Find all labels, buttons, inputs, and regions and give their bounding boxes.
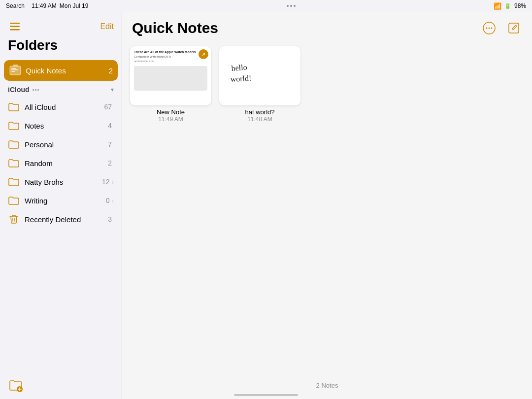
svg-rect-3: [10, 66, 21, 75]
folder-icon: [8, 176, 20, 188]
content-header: Quick Notes: [122, 12, 532, 36]
svg-text:hello: hello: [231, 63, 247, 72]
sidebar-item-personal[interactable]: Personal 7: [0, 135, 122, 154]
svg-rect-0: [10, 23, 20, 24]
note-thumbnail-hat-world: hello world!: [219, 46, 300, 105]
status-time: 11:49 AM: [32, 2, 57, 9]
handwritten-content: hello world!: [219, 46, 300, 105]
svg-rect-5: [11, 69, 18, 70]
sidebar-header: Edit: [0, 16, 122, 35]
compose-icon: [507, 21, 521, 35]
folder-icon: [8, 101, 20, 113]
notes-count: 2 Notes: [122, 382, 532, 399]
folder-name-recently-deleted: Recently Deleted: [25, 215, 108, 224]
dot2: [290, 5, 292, 7]
note-card-hat-world[interactable]: hello world! hat world? 11:48 AM: [219, 46, 300, 372]
add-folder-icon: [9, 378, 23, 392]
natty-brohs-chevron-icon: ›: [112, 178, 114, 186]
note-title-new-note: New Note: [157, 108, 185, 116]
quick-notes-count: 2: [109, 66, 113, 75]
folder-icon: [8, 195, 20, 206]
page-title: Quick Notes: [132, 20, 218, 36]
icloud-header: iCloud ▾: [8, 86, 114, 94]
folder-name-random: Random: [25, 159, 108, 167]
svg-rect-1: [10, 26, 20, 28]
folder-count-writing: 0: [106, 197, 110, 204]
web-badge: ↗: [199, 49, 208, 59]
sidebar: Edit Folders Quick Notes 2 iCloud: [0, 12, 122, 399]
content-actions: [481, 20, 522, 36]
home-indicator: [234, 394, 298, 396]
note-title-hat-world: hat world?: [245, 108, 275, 116]
compose-button[interactable]: [505, 20, 522, 36]
sync-spinner: [33, 89, 39, 91]
quick-notes-label: Quick Notes: [26, 66, 109, 75]
folder-name-personal: Personal: [25, 140, 108, 149]
note-time-new-note: 11:49 AM: [158, 116, 183, 123]
svg-point-11: [489, 28, 490, 29]
folder-name-writing: Writing: [25, 197, 106, 205]
status-center-dots: [287, 5, 296, 7]
wifi-icon: 📶: [494, 2, 501, 10]
note-card-new-note[interactable]: These Are All of the Apple Watch Models …: [130, 46, 211, 372]
svg-rect-6: [11, 71, 15, 72]
icloud-label: iCloud: [8, 86, 30, 94]
dot3: [294, 5, 296, 7]
battery-percent: 98%: [514, 2, 526, 9]
sidebar-item-notes[interactable]: Notes 4: [0, 116, 122, 135]
folder-name-notes: Notes: [25, 122, 108, 130]
main-content: Quick Notes: [122, 12, 532, 399]
status-right: 📶 🔋 98%: [494, 2, 526, 10]
folder-count-all-icloud: 67: [104, 103, 112, 111]
folder-icon: [8, 157, 20, 169]
folder-icon: [8, 138, 20, 150]
search-label[interactable]: Search: [6, 2, 25, 9]
sidebar-item-random[interactable]: Random 2: [0, 154, 122, 172]
notes-grid: These Are All of the Apple Watch Models …: [122, 36, 532, 382]
folder-name-natty-brohs: Natty Brohs: [25, 178, 102, 186]
svg-text:world!: world!: [230, 74, 251, 83]
folders-title: Folders: [0, 35, 122, 59]
note-thumbnail-new-note: These Are All of the Apple Watch Models …: [130, 46, 211, 105]
quick-notes-item[interactable]: Quick Notes 2: [4, 60, 118, 81]
folder-name-all-icloud: All iCloud: [25, 103, 104, 111]
folder-icon: [8, 120, 20, 132]
svg-rect-13: [509, 23, 519, 33]
sidebar-item-writing[interactable]: Writing 0 ›: [0, 191, 122, 210]
sidebar-item-natty-brohs[interactable]: Natty Brohs 12 ›: [0, 172, 122, 191]
quick-notes-icon: [9, 64, 22, 77]
battery-icon: 🔋: [504, 3, 511, 9]
icloud-section: iCloud ▾: [0, 82, 122, 98]
folder-count-natty-brohs: 12: [102, 178, 110, 186]
add-folder-button[interactable]: [8, 377, 24, 393]
edit-button[interactable]: Edit: [100, 22, 114, 31]
sidebar-item-recently-deleted[interactable]: Recently Deleted 3: [0, 210, 122, 229]
note-time-hat-world: 11:48 AM: [247, 116, 272, 123]
sidebar-toggle-button[interactable]: [8, 20, 22, 33]
sidebar-toggle-icon: [10, 23, 20, 31]
sidebar-bottom: [0, 371, 122, 399]
sidebar-item-all-icloud[interactable]: All iCloud 67: [0, 98, 122, 116]
svg-rect-4: [11, 68, 16, 69]
trash-icon: [8, 213, 20, 225]
svg-point-12: [491, 28, 493, 29]
folder-count-recently-deleted: 3: [108, 215, 112, 223]
folder-count-random: 2: [108, 159, 112, 167]
status-left: Search 11:49 AM Mon Jul 19: [6, 2, 88, 9]
status-bar: Search 11:49 AM Mon Jul 19 📶 🔋 98%: [0, 0, 532, 12]
svg-rect-2: [10, 29, 20, 31]
svg-rect-7: [13, 65, 18, 66]
handwriting-svg: hello world!: [227, 56, 296, 96]
icloud-chevron-icon[interactable]: ▾: [111, 86, 114, 93]
web-badge-icon: ↗: [201, 52, 205, 57]
more-options-icon: [482, 21, 496, 35]
folder-count-personal: 7: [108, 140, 112, 148]
dot1: [287, 5, 289, 7]
svg-point-10: [486, 28, 488, 29]
folder-count-notes: 4: [108, 122, 112, 130]
status-date: Mon Jul 19: [60, 2, 89, 9]
more-options-button[interactable]: [481, 20, 498, 36]
main-layout: Edit Folders Quick Notes 2 iCloud: [0, 12, 532, 399]
writing-chevron-icon: ›: [112, 197, 114, 204]
